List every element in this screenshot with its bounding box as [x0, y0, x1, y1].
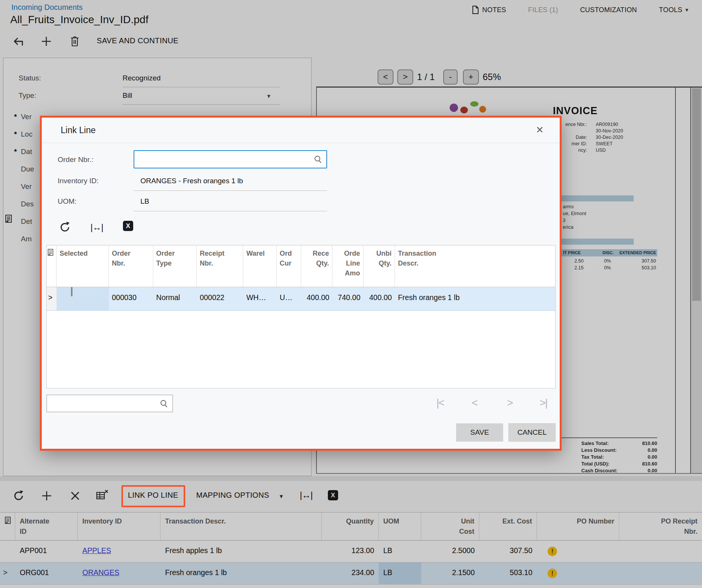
total-usd-value: 810.60 — [562, 461, 657, 467]
uom-cell-active[interactable]: LB — [379, 563, 421, 584]
po-grid-header: Selected Order Nbr. Order Type Receipt N… — [47, 245, 555, 287]
required-marker: * — [14, 113, 17, 121]
less-discount-value: 0.00 — [562, 447, 657, 453]
add-row-button[interactable] — [39, 489, 54, 503]
tax-total-value: 0.00 — [562, 454, 657, 460]
cancel-button[interactable]: CANCEL — [508, 423, 556, 442]
col-unit-cost[interactable]: Unit Cost — [421, 513, 479, 540]
dialog-refresh-button[interactable] — [58, 221, 71, 234]
col-quantity[interactable]: Quantity — [322, 513, 379, 540]
dialog-close-button[interactable]: ✕ — [536, 124, 544, 135]
breadcrumb[interactable]: Incoming Documents — [11, 3, 83, 12]
invoice-address-line: arms — [563, 204, 574, 209]
pdf-page-indicator: 1 / 1 — [417, 72, 435, 82]
col-warehouse[interactable]: Warel — [243, 245, 277, 287]
po-line-row[interactable]: > 000030 Normal 000022 WH… U… 400.00 740… — [47, 287, 555, 311]
row-settings-header[interactable] — [47, 245, 57, 287]
expand-row-icon: > — [3, 568, 8, 577]
inventory-id-underline — [134, 190, 327, 191]
col-selected[interactable]: Selected — [57, 245, 109, 287]
customization-button[interactable]: CUSTOMIZATION — [580, 6, 637, 14]
next-page-button[interactable]: > — [507, 397, 512, 409]
order-nbr-cell: 000030 — [109, 287, 153, 310]
col-unbilled-qty[interactable]: Unbi Qty. — [364, 245, 395, 287]
row-settings-icon — [5, 516, 11, 525]
status-underline — [123, 87, 280, 87]
clear-mapping-button[interactable] — [95, 488, 109, 502]
pdf-zoom-in-button[interactable]: + — [463, 69, 479, 85]
tools-button[interactable]: TOOLS ▾ — [659, 6, 688, 14]
required-marker: * — [14, 148, 17, 156]
trash-icon — [70, 35, 80, 47]
col-receipt-nbr[interactable]: Receipt Nbr. — [197, 245, 243, 287]
col-order-nbr[interactable]: Order Nbr. — [109, 245, 153, 287]
col-ext-cost[interactable]: Ext. Cost — [479, 513, 537, 540]
row-expand-cell[interactable]: > — [47, 287, 57, 310]
col-order-type[interactable]: Order Type — [153, 245, 197, 287]
pdf-scrollbar[interactable] — [690, 88, 702, 473]
col-inventory-id[interactable]: Inventory ID — [78, 513, 161, 540]
delete-row-button[interactable] — [68, 489, 82, 503]
last-page-button[interactable]: >| — [540, 397, 547, 409]
row-expand-cell[interactable]: > — [0, 563, 15, 584]
pdf-scrollbar-thumb[interactable] — [692, 88, 701, 301]
col-order-currency[interactable]: Ord Cur — [277, 245, 301, 287]
col-transaction-descr[interactable]: Transaction Descr. — [161, 513, 322, 540]
inventory-id-value: ORANGES - Fresh oranges 1 lb — [140, 177, 243, 185]
notes-button[interactable]: NOTES — [472, 5, 506, 14]
selected-cell — [57, 287, 109, 310]
selected-checkbox[interactable] — [71, 287, 72, 296]
inventory-id-link[interactable]: APPLES — [82, 546, 111, 555]
description-label: Des — [21, 200, 34, 208]
col-alternate-id[interactable]: Alternate ID — [15, 513, 78, 540]
col-uom[interactable]: UOM — [379, 513, 421, 540]
col-po-number[interactable]: PO Number — [537, 513, 619, 540]
dialog-fit-width-button[interactable]: |↔| — [90, 221, 103, 234]
item-extended-price: 503.10 — [562, 265, 656, 270]
unit-price-header: IT PRICE — [563, 250, 581, 255]
type-select[interactable]: Bill — [123, 91, 132, 100]
fruit-logo — [479, 106, 486, 113]
inventory-id-link[interactable]: ORANGES — [82, 568, 120, 577]
col-po-receipt-nbr[interactable]: PO Receipt Nbr. — [619, 513, 702, 540]
pdf-prev-page-button[interactable]: < — [378, 69, 393, 85]
delete-button[interactable] — [68, 34, 82, 49]
go-back-button[interactable] — [11, 34, 25, 49]
pdf-zoom-out-button[interactable]: - — [443, 69, 458, 85]
first-page-button[interactable]: |< — [436, 397, 444, 409]
export-excel-button[interactable]: X — [328, 490, 338, 500]
col-transaction-descr[interactable]: Transaction Descr. — [395, 245, 555, 287]
search-icon[interactable] — [313, 155, 323, 164]
extended-price-header: EXTENDED PRICE — [619, 250, 656, 255]
row-settings-icon[interactable] — [5, 214, 13, 223]
pdf-next-page-button[interactable]: > — [397, 69, 413, 85]
order-nbr-input[interactable] — [134, 150, 327, 168]
quantity-cell: 234.00 — [322, 563, 379, 584]
add-new-button[interactable] — [39, 34, 54, 49]
save-button[interactable]: SAVE — [456, 423, 503, 442]
mapping-options-chevron-icon[interactable]: ▾ — [280, 492, 283, 500]
details-row-oranges[interactable]: > ORG001 ORANGES Fresh oranges 1 lb 234.… — [0, 563, 702, 585]
type-dropdown-chevron-icon[interactable]: ▾ — [267, 92, 271, 100]
grid-search-input[interactable] — [46, 395, 173, 412]
refresh-button[interactable] — [11, 489, 26, 503]
plus-icon — [41, 490, 52, 502]
page-edge-divider — [675, 88, 676, 473]
row-expand-cell[interactable] — [0, 541, 15, 562]
type-label: Type: — [19, 91, 36, 100]
transaction-descr-cell: Fresh apples 1 lb — [161, 541, 322, 562]
prev-page-button[interactable]: < — [472, 397, 477, 409]
row-settings-header[interactable] — [0, 513, 15, 540]
dialog-export-excel-button[interactable]: X — [123, 221, 133, 231]
fit-width-button[interactable]: |↔| — [300, 490, 312, 500]
mapping-options-button[interactable]: MAPPING OPTIONS — [196, 491, 269, 500]
expand-row-icon: > — [48, 293, 52, 302]
date-label: Dat — [21, 148, 32, 156]
save-and-continue-button[interactable]: SAVE AND CONTINUE — [97, 36, 178, 45]
search-icon[interactable] — [159, 399, 168, 408]
col-received-qty[interactable]: Rece Qty. — [301, 245, 332, 287]
col-order-line-amount[interactable]: Orde Line Amo — [332, 245, 364, 287]
files-button[interactable]: FILES (1) — [528, 6, 558, 14]
details-row-apples[interactable]: APP001 APPLES Fresh apples 1 lb 123.00 L… — [0, 541, 702, 563]
link-po-line-button[interactable]: LINK PO LINE — [128, 491, 178, 500]
